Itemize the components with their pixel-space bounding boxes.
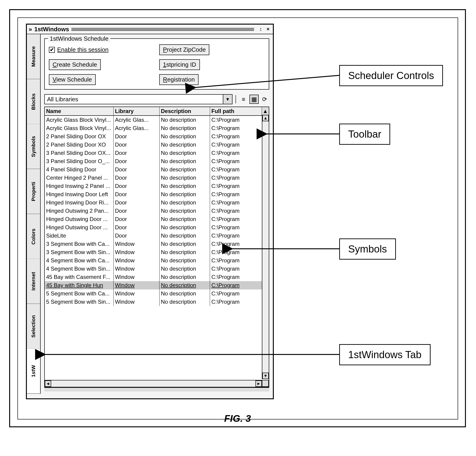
cell-library: Acrylic Glas... [114, 116, 160, 124]
cell-description: No description [160, 140, 210, 149]
cell-library: Door [114, 140, 160, 149]
vertical-scrollbar[interactable]: ▲ ▼ [262, 115, 269, 379]
cell-path: C:\Program [210, 157, 269, 165]
table-row[interactable]: Center Hinged 2 Panel ...DoorNo descript… [45, 174, 269, 182]
cell-path: C:\Program [210, 149, 269, 157]
cell-library: Window [114, 256, 160, 265]
cell-name: Hinged Inswing 2 Panel ... [45, 182, 114, 190]
scroll-left-icon[interactable]: ◄ [45, 380, 51, 387]
cell-name: 4 Segment Bow with Ca... [45, 256, 114, 265]
table-row[interactable]: 4 Segment Bow with Ca...WindowNo descrip… [45, 256, 269, 265]
cell-library: Window [114, 240, 160, 248]
enable-session-checkbox[interactable]: ✔ [49, 47, 55, 53]
table-row[interactable]: Hinged Outswing 2 Pan...DoorNo descripti… [45, 207, 269, 215]
side-tab-measure[interactable]: Measure [27, 34, 40, 79]
callout-tab: 1stWindows Tab [339, 344, 431, 365]
table-row[interactable]: SideLiteDoorNo descriptionC:\Program [45, 232, 269, 240]
cell-description: No description [160, 256, 210, 265]
library-combo[interactable]: All Libraries ▼ [44, 94, 232, 104]
table-row[interactable]: 45 Bay with Casement F...WindowNo descri… [45, 273, 269, 281]
cell-library: Door [114, 132, 160, 140]
library-toolbar-row: All Libraries ▼ ≡ ▦ ⟳ [44, 94, 269, 104]
cell-description: No description [160, 265, 210, 273]
cell-library: Door [114, 199, 160, 207]
col-library-header[interactable]: Library [114, 107, 160, 115]
table-row[interactable]: 3 Segment Bow with Ca...WindowNo descrip… [45, 240, 269, 248]
table-row[interactable]: Acrylic Glass Block Vinyl...Acrylic Glas… [45, 124, 269, 132]
cell-name: 3 Panel Sliding Door O_... [45, 157, 114, 165]
chevron-down-icon[interactable]: ▼ [223, 95, 232, 104]
table-row[interactable]: 5 Segment Bow with Sin...WindowNo descri… [45, 298, 269, 306]
callout-toolbar: Toolbar [339, 123, 390, 145]
statusbar [44, 387, 269, 391]
cell-name: 45 Bay with Single Hun [45, 281, 114, 289]
col-name-header[interactable]: Name [45, 107, 114, 115]
cell-description: No description [160, 281, 210, 289]
table-row[interactable]: 4 Segment Bow with Sin...WindowNo descri… [45, 265, 269, 273]
refresh-icon[interactable]: ⟳ [260, 95, 269, 104]
side-tab-1stw[interactable]: 1stW [27, 349, 40, 394]
cell-description: No description [160, 232, 210, 240]
enable-session-label: Enable this session [57, 46, 109, 53]
cell-description: No description [160, 124, 210, 132]
side-tab-internet[interactable]: Internet [27, 259, 40, 304]
cell-library: Door [114, 207, 160, 215]
horizontal-scrollbar[interactable]: ◄ ► [45, 380, 262, 387]
view-schedule-button[interactable]: View Schedule [49, 74, 96, 85]
cell-name: 45 Bay with Casement F... [45, 273, 114, 281]
cell-path: C:\Program [210, 298, 269, 306]
list-view-icon[interactable]: ≡ [239, 95, 248, 104]
registration-button[interactable]: Registration [159, 74, 198, 85]
side-tab-selection[interactable]: Selection [27, 304, 40, 349]
scroll-right-icon[interactable]: ► [255, 380, 262, 387]
table-row[interactable]: 45 Bay with Single HunWindowNo descripti… [45, 281, 269, 289]
cell-library: Window [114, 273, 160, 281]
symbols-table: Name Library Description Full path ▲ Acr… [44, 107, 269, 387]
table-row[interactable]: Hinged Outswing Door ...DoorNo descripti… [45, 223, 269, 232]
callout-symbols: Symbols [339, 238, 396, 260]
side-tab-properti[interactable]: Properti [27, 169, 40, 214]
scroll-up-icon[interactable]: ▲ [262, 115, 269, 121]
table-row[interactable]: Hinged Inswing Door Ri...DoorNo descript… [45, 199, 269, 207]
sort-asc-icon[interactable]: ▲ [262, 107, 269, 115]
cell-description: No description [160, 240, 210, 248]
window-title: 1stWindows [34, 26, 69, 33]
table-row[interactable]: Hinged Outswing Door ...DoorNo descripti… [45, 215, 269, 223]
table-row[interactable]: 5 Segment Bow with Ca...WindowNo descrip… [45, 289, 269, 298]
cell-description: No description [160, 132, 210, 140]
cell-description: No description [160, 248, 210, 256]
thumbnail-view-icon[interactable]: ▦ [249, 95, 259, 104]
scroll-down-icon[interactable]: ▼ [262, 373, 269, 379]
col-description-header[interactable]: Description [160, 107, 210, 115]
cell-description: No description [160, 157, 210, 165]
cell-library: Door [114, 165, 160, 174]
table-row[interactable]: Hinged Inswing Door LeftDoorNo descripti… [45, 190, 269, 199]
table-row[interactable]: 2 Panel Sliding Door XODoorNo descriptio… [45, 140, 269, 149]
table-row[interactable]: 2 Panel Sliding Door OXDoorNo descriptio… [45, 132, 269, 140]
table-row[interactable]: 3 Segment Bow with Sin...WindowNo descri… [45, 248, 269, 256]
titlebar: » 1stWindows ↕ × [27, 25, 273, 34]
resize-button[interactable]: ↕ [258, 26, 264, 32]
side-tab-colors[interactable]: Colors [27, 214, 40, 259]
figure-label: FIG. 3 [224, 413, 251, 424]
table-row[interactable]: Acrylic Glass Block Vinyl...Acrylic Glas… [45, 116, 269, 124]
side-tab-blocks[interactable]: Blocks [27, 79, 40, 124]
pricing-id-button[interactable]: 1stpricing ID [159, 59, 200, 70]
cell-library: Door [114, 149, 160, 157]
project-zipcode-button[interactable]: Project ZipCode [159, 44, 209, 55]
table-row[interactable]: 4 Panel Sliding DoorDoorNo descriptionC:… [45, 165, 269, 174]
table-row[interactable]: 3 Panel Sliding Door O_...DoorNo descrip… [45, 157, 269, 165]
cell-library: Door [114, 190, 160, 199]
cell-path: C:\Program [210, 174, 269, 182]
table-row[interactable]: Hinged Inswing 2 Panel ...DoorNo descrip… [45, 182, 269, 190]
side-tab-symbols[interactable]: Symbols [27, 124, 40, 169]
cell-description: No description [160, 116, 210, 124]
cell-name: Acrylic Glass Block Vinyl... [45, 116, 114, 124]
close-button[interactable]: × [265, 26, 271, 32]
cell-library: Window [114, 248, 160, 256]
schedule-groupbox: 1stWindows Schedule ✔ Enable this sessio… [44, 38, 269, 90]
create-schedule-button[interactable]: Create Schedule [49, 59, 101, 70]
col-path-header[interactable]: Full path [210, 107, 262, 115]
table-row[interactable]: 3 Panel Sliding Door OX...DoorNo descrip… [45, 149, 269, 157]
table-header: Name Library Description Full path ▲ [45, 107, 269, 116]
